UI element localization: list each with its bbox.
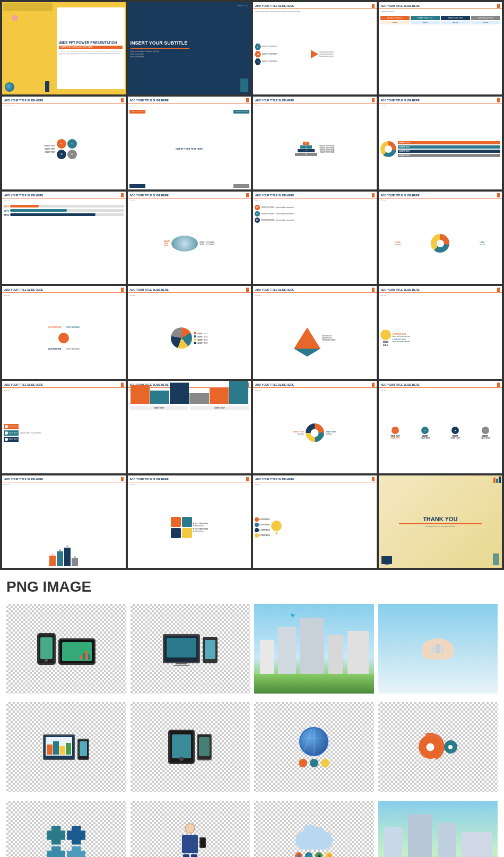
- slide-5-title: ADD YOUR TITLE SLIDE HERE: [4, 99, 43, 102]
- slide-2[interactable]: INSERT LOGO INSERT YOUR SUBTITLE Insert …: [128, 2, 251, 94]
- png-item-6: [131, 702, 250, 792]
- slide-19-title: ADD YOUR TITLE SLIDE HERE: [255, 383, 294, 386]
- slide-10-title: ADD YOUR TITLE SLIDE HERE: [130, 194, 169, 197]
- slide-16-title: ADD YOUR TITLE SLIDE HERE: [381, 288, 420, 291]
- png-item-12: 🌳: [378, 801, 498, 858]
- slides-grid: WIDE PPT POWER PRESENTATION INSERT YOUR …: [0, 0, 504, 570]
- slide-15[interactable]: ADD YOUR TITLE SLIDE HERE Body text... I…: [253, 286, 377, 378]
- slide-11-title: ADD YOUR TITLE SLIDE HERE: [255, 194, 294, 197]
- slide-12-title: ADD YOUR TITLE SLIDE HERE: [381, 194, 420, 197]
- slide-3-title: ADD YOUR TITLE SLIDE HERE: [255, 4, 294, 7]
- slide-11[interactable]: ADD YOUR TITLE SLIDE HERE Body text... 0…: [253, 192, 377, 284]
- your-texthere-tr: YOUR TEXTHERE: [66, 326, 80, 328]
- slide-14-title: ADD YOUR TITLE SLIDE HERE: [130, 288, 169, 291]
- slide-8[interactable]: ADD YOUR TITLE SLIDE HERE Body text... I…: [379, 97, 502, 189]
- thank-you-text: Insert your text here, insert your text …: [425, 525, 455, 527]
- body-text: Asadar has about 350 staffs including we…: [59, 50, 123, 56]
- insert-text-center: INSERT YOUR TEXT HERE: [176, 148, 203, 150]
- slide-9-title: ADD YOUR TITLE SLIDE HERE: [4, 194, 43, 197]
- png-item-7: [254, 702, 374, 792]
- insert-text-2: INSERT YOUR TEXT: [262, 53, 277, 55]
- slide-20[interactable]: ADD YOUR TITLE SLIDE HERE Body text... ★…: [379, 381, 502, 473]
- slide-5[interactable]: ADD YOUR TITLE SLIDE HERE Body text here…: [2, 97, 126, 189]
- png-item-3: 🐦: [254, 604, 374, 694]
- slide-4[interactable]: ADD YOUR TITLE SLIDE HERE Asadar has 350…: [379, 2, 502, 94]
- png-item-4: [378, 604, 498, 694]
- png-title: PNG IMAGE: [4, 574, 500, 600]
- insert-text-tl: INSERT YOUR TEXT: [129, 110, 145, 114]
- slide-17[interactable]: ADD YOUR TITLE SLIDE HERE Body text... Y…: [2, 381, 126, 473]
- png-item-2: [131, 604, 250, 694]
- slide-19[interactable]: ADD YOUR TITLE SLIDE HERE Body text... I…: [253, 381, 377, 473]
- slide-21-title: ADD YOUR TITLE SLIDE HERE: [4, 478, 43, 481]
- png-grid-row1: 🐦: [4, 600, 500, 698]
- slide-7[interactable]: ADD YOUR TITLE SLIDE HERE Body text... 1…: [253, 97, 377, 189]
- slide-9[interactable]: ADD YOUR TITLE SLIDE HERE Body text... 2…: [2, 192, 126, 284]
- slide-13[interactable]: ADD YOUR TITLE SLIDE HERE Body text... Y…: [2, 286, 126, 378]
- slide-23[interactable]: ADD YOUR TITLE SLIDE HERE Body text... A…: [253, 475, 377, 568]
- png-item-11: 👤 🌐 📱 ❓: [254, 801, 374, 858]
- png-grid-row2: [4, 698, 500, 796]
- png-item-8: [378, 702, 498, 792]
- insert-text-1: INSERT YOUR TEXT: [262, 46, 277, 48]
- slide-10[interactable]: ADD YOUR TITLE SLIDE HERE Body text... I…: [128, 192, 251, 284]
- png-item-9: [6, 801, 126, 858]
- slide-body-small: Insert your text here Insert your text h…: [131, 50, 249, 53]
- slide-20-title: ADD YOUR TITLE SLIDE HERE: [381, 383, 420, 386]
- slide-16[interactable]: ADD YOUR TITLE SLIDE HERE Body text... I…: [379, 286, 502, 378]
- slide-1[interactable]: WIDE PPT POWER PRESENTATION INSERT YOUR …: [2, 2, 126, 94]
- png-item-1: [6, 604, 126, 694]
- png-section: PNG IMAGE: [0, 570, 504, 857]
- slide-22-title: ADD YOUR TITLE SLIDE HERE: [130, 478, 169, 481]
- insert-text-tr: INSERT YOUR TEXT: [233, 110, 249, 114]
- slide-6-title: ADD YOUR TITLE SLIDE HERE: [130, 99, 169, 102]
- your-texthere-br: YOUR TEXTHERE: [66, 348, 80, 350]
- insert-text-br: INSERT YOUR TEXT: [233, 184, 249, 188]
- slide-7-title: ADD YOUR TITLE SLIDE HERE: [255, 99, 294, 102]
- insert-text-3: INSERT YOUR TEXT: [262, 60, 277, 63]
- png-grid-row3: 👤 🌐 📱 ❓ 🌳: [4, 797, 500, 858]
- slide-23-title: ADD YOUR TITLE SLIDE HERE: [255, 478, 294, 481]
- insert-subtitle-title: INSERT YOUR SUBTITLE: [131, 41, 249, 46]
- slide-12[interactable]: ADD YOUR TITLE SLIDE HERE Body text... L…: [379, 192, 502, 284]
- slide-6[interactable]: ADD YOUR TITLE SLIDE HERE Body text... I…: [128, 97, 251, 189]
- your-texthere-bl: YOUR TEXTHERE: [48, 348, 62, 350]
- subtitle: INSERT YOUR SUBTITLE AUTHOR'S NAME: [59, 46, 123, 49]
- slide-13-title: ADD YOUR TITLE SLIDE HERE: [4, 288, 43, 291]
- slide-24-thank-you[interactable]: THANK YOU Insert your text here, insert …: [379, 475, 502, 568]
- slide-17-title: ADD YOUR TITLE SLIDE HERE: [4, 383, 43, 386]
- slide-3[interactable]: ADD YOUR TITLE SLIDE HERE Asadar has 350…: [253, 2, 377, 94]
- thank-you-title: THANK YOU: [423, 516, 457, 522]
- idea-label: IDEA: [380, 344, 391, 347]
- slide-14[interactable]: ADD YOUR TITLE SLIDE HERE Body text... I…: [128, 286, 251, 378]
- slide-21[interactable]: ADD YOUR TITLE SLIDE HERE Body text... 0…: [2, 475, 126, 568]
- slide-4-title: ADD YOUR TITLE SLIDE HERE: [381, 4, 420, 7]
- slide-18[interactable]: ADD YOUR TITLE SLIDE HERE Body text... I…: [128, 381, 251, 473]
- insert-text-bl: INSERT YOUR TEXT: [129, 184, 145, 188]
- main-title: WIDE PPT POWER PRESENTATION: [59, 41, 123, 45]
- slide-22[interactable]: ADD YOUR TITLE SLIDE HERE Body text... A…: [128, 475, 251, 568]
- png-item-5: [6, 702, 126, 792]
- slide-15-title: ADD YOUR TITLE SLIDE HERE: [255, 288, 294, 291]
- your-texthere-tl: YOUR TEXTHERE: [48, 326, 62, 328]
- slide-8-title: ADD YOUR TITLE SLIDE HERE: [381, 99, 420, 102]
- png-item-10: [131, 801, 250, 858]
